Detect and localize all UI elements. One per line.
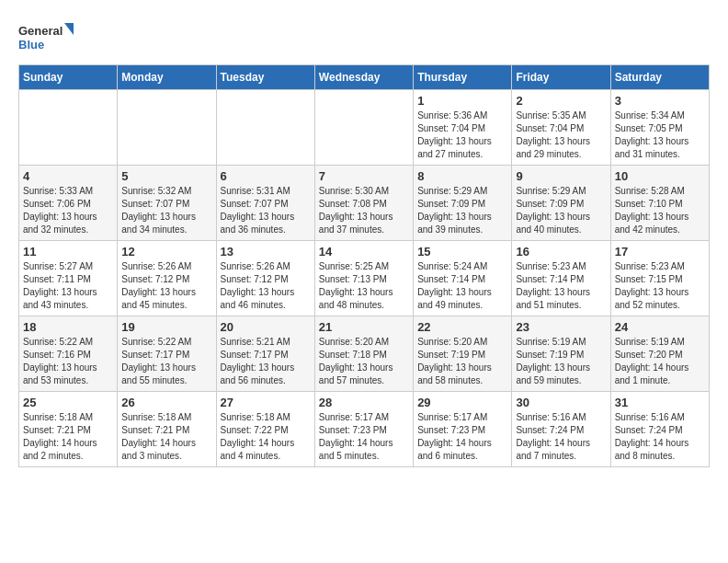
calendar-day-cell: 1Sunrise: 5:36 AM Sunset: 7:04 PM Daylig… — [414, 90, 512, 166]
calendar-day-cell — [19, 90, 118, 166]
svg-text:Blue: Blue — [18, 38, 44, 52]
day-number: 4 — [23, 169, 113, 183]
calendar-day-cell: 25Sunrise: 5:18 AM Sunset: 7:21 PM Dayli… — [19, 392, 118, 467]
calendar-day-cell: 28Sunrise: 5:17 AM Sunset: 7:23 PM Dayli… — [314, 392, 413, 467]
calendar-day-cell: 4Sunrise: 5:33 AM Sunset: 7:06 PM Daylig… — [19, 166, 118, 241]
calendar-day-cell — [216, 90, 314, 166]
calendar-day-cell: 21Sunrise: 5:20 AM Sunset: 7:18 PM Dayli… — [314, 316, 413, 392]
day-number: 6 — [221, 169, 311, 183]
calendar-week-row: 11Sunrise: 5:27 AM Sunset: 7:11 PM Dayli… — [19, 241, 710, 316]
day-info: Sunrise: 5:24 AM Sunset: 7:14 PM Dayligh… — [417, 260, 507, 312]
svg-marker-2 — [64, 23, 74, 35]
day-info: Sunrise: 5:20 AM Sunset: 7:18 PM Dayligh… — [319, 336, 409, 387]
calendar-day-cell: 18Sunrise: 5:22 AM Sunset: 7:16 PM Dayli… — [19, 316, 118, 392]
day-number: 10 — [615, 169, 705, 183]
calendar-day-cell: 30Sunrise: 5:16 AM Sunset: 7:24 PM Dayli… — [512, 392, 610, 467]
day-info: Sunrise: 5:23 AM Sunset: 7:14 PM Dayligh… — [516, 260, 606, 312]
calendar-day-cell: 8Sunrise: 5:29 AM Sunset: 7:09 PM Daylig… — [414, 166, 512, 241]
calendar-day-cell: 23Sunrise: 5:19 AM Sunset: 7:19 PM Dayli… — [512, 316, 610, 392]
calendar-day-cell: 12Sunrise: 5:26 AM Sunset: 7:12 PM Dayli… — [118, 241, 216, 316]
weekday-header: Thursday — [414, 65, 512, 90]
weekday-header: Sunday — [19, 65, 118, 90]
day-info: Sunrise: 5:17 AM Sunset: 7:23 PM Dayligh… — [319, 411, 409, 463]
day-info: Sunrise: 5:20 AM Sunset: 7:19 PM Dayligh… — [417, 336, 507, 387]
day-number: 25 — [23, 396, 113, 409]
day-info: Sunrise: 5:17 AM Sunset: 7:23 PM Dayligh… — [417, 411, 507, 463]
calendar-week-row: 1Sunrise: 5:36 AM Sunset: 7:04 PM Daylig… — [19, 90, 710, 166]
weekday-header: Wednesday — [314, 65, 413, 90]
day-number: 18 — [23, 320, 113, 334]
day-number: 26 — [121, 396, 211, 409]
calendar-day-cell: 13Sunrise: 5:26 AM Sunset: 7:12 PM Dayli… — [216, 241, 314, 316]
day-number: 12 — [121, 245, 211, 259]
page-header: General Blue — [18, 18, 710, 55]
day-info: Sunrise: 5:29 AM Sunset: 7:09 PM Dayligh… — [417, 185, 507, 236]
day-info: Sunrise: 5:30 AM Sunset: 7:08 PM Dayligh… — [319, 185, 409, 236]
calendar-day-cell: 2Sunrise: 5:35 AM Sunset: 7:04 PM Daylig… — [512, 90, 610, 166]
calendar-week-row: 25Sunrise: 5:18 AM Sunset: 7:21 PM Dayli… — [19, 392, 710, 467]
calendar-day-cell: 14Sunrise: 5:25 AM Sunset: 7:13 PM Dayli… — [314, 241, 413, 316]
day-info: Sunrise: 5:32 AM Sunset: 7:07 PM Dayligh… — [121, 185, 211, 236]
day-number: 7 — [319, 169, 409, 183]
logo-svg: General Blue — [18, 18, 74, 55]
calendar-day-cell: 17Sunrise: 5:23 AM Sunset: 7:15 PM Dayli… — [610, 241, 709, 316]
day-info: Sunrise: 5:16 AM Sunset: 7:24 PM Dayligh… — [516, 411, 606, 463]
day-number: 2 — [516, 94, 606, 108]
calendar-day-cell: 24Sunrise: 5:19 AM Sunset: 7:20 PM Dayli… — [610, 316, 709, 392]
day-number: 24 — [615, 320, 705, 334]
day-info: Sunrise: 5:25 AM Sunset: 7:13 PM Dayligh… — [319, 260, 409, 312]
calendar-day-cell: 31Sunrise: 5:16 AM Sunset: 7:24 PM Dayli… — [610, 392, 709, 467]
weekday-header: Friday — [512, 65, 610, 90]
calendar-header-row: SundayMondayTuesdayWednesdayThursdayFrid… — [19, 65, 710, 90]
calendar-day-cell: 16Sunrise: 5:23 AM Sunset: 7:14 PM Dayli… — [512, 241, 610, 316]
day-info: Sunrise: 5:34 AM Sunset: 7:05 PM Dayligh… — [615, 109, 705, 161]
calendar-table: SundayMondayTuesdayWednesdayThursdayFrid… — [18, 64, 710, 467]
day-number: 1 — [417, 94, 507, 108]
day-number: 19 — [121, 320, 211, 334]
day-info: Sunrise: 5:35 AM Sunset: 7:04 PM Dayligh… — [516, 109, 606, 161]
calendar-day-cell: 22Sunrise: 5:20 AM Sunset: 7:19 PM Dayli… — [414, 316, 512, 392]
day-number: 20 — [221, 320, 311, 334]
calendar-day-cell — [118, 90, 216, 166]
day-number: 21 — [319, 320, 409, 334]
calendar-day-cell: 19Sunrise: 5:22 AM Sunset: 7:17 PM Dayli… — [118, 316, 216, 392]
day-number: 16 — [516, 245, 606, 259]
day-number: 28 — [319, 396, 409, 409]
calendar-week-row: 4Sunrise: 5:33 AM Sunset: 7:06 PM Daylig… — [19, 166, 710, 241]
day-number: 11 — [23, 245, 113, 259]
day-info: Sunrise: 5:23 AM Sunset: 7:15 PM Dayligh… — [615, 260, 705, 312]
day-info: Sunrise: 5:22 AM Sunset: 7:16 PM Dayligh… — [23, 336, 113, 387]
day-number: 29 — [417, 396, 507, 409]
day-info: Sunrise: 5:18 AM Sunset: 7:22 PM Dayligh… — [221, 411, 311, 463]
day-info: Sunrise: 5:18 AM Sunset: 7:21 PM Dayligh… — [23, 411, 113, 463]
calendar-day-cell: 7Sunrise: 5:30 AM Sunset: 7:08 PM Daylig… — [314, 166, 413, 241]
weekday-header: Monday — [118, 65, 216, 90]
day-number: 3 — [615, 94, 705, 108]
day-number: 17 — [615, 245, 705, 259]
day-info: Sunrise: 5:29 AM Sunset: 7:09 PM Dayligh… — [516, 185, 606, 236]
day-info: Sunrise: 5:21 AM Sunset: 7:17 PM Dayligh… — [221, 336, 311, 387]
day-number: 15 — [417, 245, 507, 259]
calendar-day-cell: 10Sunrise: 5:28 AM Sunset: 7:10 PM Dayli… — [610, 166, 709, 241]
day-number: 27 — [221, 396, 311, 409]
calendar-day-cell — [314, 90, 413, 166]
day-info: Sunrise: 5:18 AM Sunset: 7:21 PM Dayligh… — [121, 411, 211, 463]
day-info: Sunrise: 5:22 AM Sunset: 7:17 PM Dayligh… — [121, 336, 211, 387]
weekday-header: Saturday — [610, 65, 709, 90]
calendar-day-cell: 11Sunrise: 5:27 AM Sunset: 7:11 PM Dayli… — [19, 241, 118, 316]
day-info: Sunrise: 5:36 AM Sunset: 7:04 PM Dayligh… — [417, 109, 507, 161]
day-info: Sunrise: 5:26 AM Sunset: 7:12 PM Dayligh… — [221, 260, 311, 312]
day-info: Sunrise: 5:28 AM Sunset: 7:10 PM Dayligh… — [615, 185, 705, 236]
svg-text:General: General — [18, 24, 63, 38]
calendar-day-cell: 9Sunrise: 5:29 AM Sunset: 7:09 PM Daylig… — [512, 166, 610, 241]
day-info: Sunrise: 5:27 AM Sunset: 7:11 PM Dayligh… — [23, 260, 113, 312]
calendar-day-cell: 3Sunrise: 5:34 AM Sunset: 7:05 PM Daylig… — [610, 90, 709, 166]
day-number: 9 — [516, 169, 606, 183]
day-number: 22 — [417, 320, 507, 334]
calendar-day-cell: 27Sunrise: 5:18 AM Sunset: 7:22 PM Dayli… — [216, 392, 314, 467]
day-number: 13 — [221, 245, 311, 259]
day-info: Sunrise: 5:26 AM Sunset: 7:12 PM Dayligh… — [121, 260, 211, 312]
day-number: 31 — [615, 396, 705, 409]
calendar-day-cell: 20Sunrise: 5:21 AM Sunset: 7:17 PM Dayli… — [216, 316, 314, 392]
calendar-day-cell: 6Sunrise: 5:31 AM Sunset: 7:07 PM Daylig… — [216, 166, 314, 241]
